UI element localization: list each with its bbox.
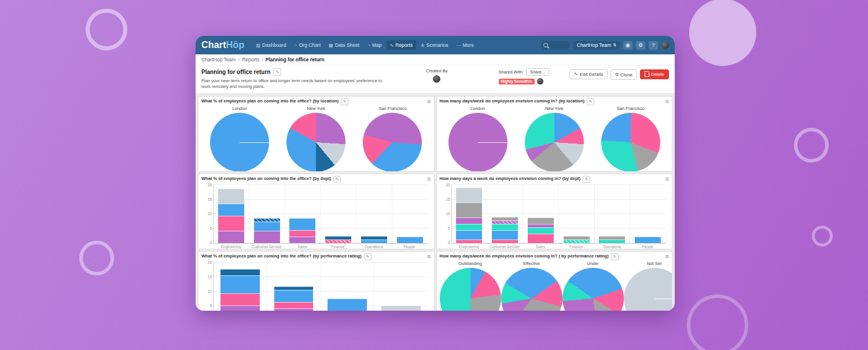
pie-label: New York: [525, 106, 584, 111]
bar-segment: [274, 302, 314, 308]
pie-chart-new-york[interactable]: [525, 113, 584, 172]
clone-button[interactable]: ⧉Clone: [610, 69, 637, 80]
breadcrumb: ChartHop Team › Reports › Planning for o…: [196, 54, 675, 65]
nav-item-map[interactable]: ◔Map: [364, 40, 385, 50]
stacked-bar-not-set[interactable]: [381, 305, 421, 311]
shared-with-block: Shared With: Share... Highly Sensitive: [499, 68, 550, 90]
stacked-bar-operations[interactable]: [599, 236, 625, 243]
stacked-bar-engineering[interactable]: [456, 187, 482, 243]
bar-segment: [492, 230, 518, 240]
edit-chart-icon[interactable]: ✎: [587, 98, 594, 105]
stacked-bar-sales[interactable]: [528, 218, 554, 243]
stacked-bar-under[interactable]: [328, 299, 367, 311]
pie-chart-london[interactable]: [210, 113, 269, 172]
nav-item-org-chart[interactable]: ∴Org Chart: [291, 40, 324, 50]
edit-chart-icon[interactable]: ✎: [611, 253, 619, 260]
panel-menu-icon[interactable]: ≡: [665, 253, 669, 259]
stacked-bar-finance[interactable]: [564, 236, 590, 243]
stacked-bar-outstanding[interactable]: [220, 269, 260, 311]
pie-label: Outstanding: [440, 261, 501, 266]
pie-divider-line: [240, 142, 269, 143]
edit-chart-icon[interactable]: ✎: [341, 98, 348, 105]
breadcrumb-reports[interactable]: Reports: [242, 57, 259, 62]
shared-with-label: Shared With:: [499, 69, 524, 75]
pie-group: OutstandingEffectiveUnderNot Set: [440, 260, 670, 311]
y-axis-tick-label: 15: [204, 275, 212, 279]
share-button[interactable]: Share...: [526, 68, 549, 76]
panel-menu-icon[interactable]: ≡: [427, 98, 431, 104]
pie-label: San Francisco: [601, 106, 660, 111]
edit-chart-icon[interactable]: ✎: [364, 253, 372, 260]
bar-segment: [456, 187, 482, 202]
nav-item-reports[interactable]: ∿Reports: [387, 40, 416, 50]
charthop-logo[interactable]: ChartHöp: [201, 40, 244, 50]
created-by-label: Created By: [426, 68, 448, 73]
pie-chart-san-francisco[interactable]: [601, 113, 660, 172]
stacked-bar-people[interactable]: [397, 237, 423, 243]
bar-cell: [374, 263, 428, 311]
gear-icon[interactable]: ⚙: [636, 41, 645, 50]
stacked-bar-people[interactable]: [635, 237, 661, 243]
panel-menu-icon[interactable]: ≡: [665, 98, 669, 104]
nav-item-label: Reports: [395, 42, 413, 48]
panel-title: How many days/week do employees envision…: [440, 253, 609, 259]
bar-plot-area: 05101520: [213, 263, 428, 311]
visibility-icon[interactable]: ◉: [623, 41, 632, 50]
team-selector-label: ChartHop Team: [577, 42, 611, 48]
pie-chart-effective[interactable]: [501, 268, 562, 311]
edit-chart-icon[interactable]: ✎: [333, 176, 341, 183]
bar-segment: [220, 275, 260, 293]
pie-chart-new-york[interactable]: [286, 113, 345, 172]
edit-title-icon[interactable]: ✎: [273, 68, 281, 76]
panel-menu-icon[interactable]: ≡: [427, 253, 431, 259]
bar-plot-area: 05101520: [451, 185, 666, 244]
bar-segment: [456, 202, 482, 218]
stacked-bar-operations[interactable]: [361, 236, 387, 243]
pie-chart-under[interactable]: [562, 268, 624, 311]
x-axis-labels: EngineeringCustomer ServiceSalesFinanceO…: [213, 244, 428, 249]
help-icon[interactable]: ?: [649, 41, 658, 50]
stacked-bar-customer-service[interactable]: [492, 217, 518, 243]
pie-block: New York: [525, 106, 584, 172]
dashboard-icon: ▥: [256, 43, 260, 48]
bar-segment: [397, 237, 423, 243]
pie-block: London: [210, 106, 269, 172]
user-avatar[interactable]: [661, 42, 669, 49]
nav-item-label: Scenarios: [426, 42, 448, 48]
pie-chart-london[interactable]: [448, 113, 507, 172]
bar-segment: [635, 237, 661, 243]
report-dashboard-grid: What % of employees plan on coming into …: [196, 94, 675, 311]
delete-button[interactable]: Delete: [640, 69, 669, 79]
pie-label: New York: [286, 106, 345, 111]
nav-item-more[interactable]: ⋯More: [453, 40, 477, 50]
chart-panel-4: How many days a week do employees envisi…: [436, 174, 673, 249]
y-axis-tick-label: 5: [204, 304, 212, 308]
creator-avatar[interactable]: [433, 75, 440, 83]
stacked-bar-finance[interactable]: [325, 236, 351, 243]
team-selector-dropdown[interactable]: ChartHop Team ⇅: [573, 41, 620, 49]
nav-item-dashboard[interactable]: ▥Dashboard: [252, 40, 289, 50]
nav-item-scenarios[interactable]: ⋔Scenarios: [417, 40, 452, 50]
charthop-app-window: ChartHöp ▥Dashboard∴Org Chart▦Data Sheet…: [196, 36, 675, 311]
bar-segment: [220, 305, 260, 311]
panel-title: How many days a week do employees envisi…: [440, 176, 581, 182]
panel-menu-icon[interactable]: ≡: [665, 176, 669, 182]
pie-chart-outstanding[interactable]: [440, 268, 501, 311]
top-nav-bar: ChartHöp ▥Dashboard∴Org Chart▦Data Sheet…: [196, 36, 675, 54]
stacked-bar-customer-service[interactable]: [254, 218, 280, 243]
panel-menu-icon[interactable]: ≡: [427, 176, 431, 182]
stacked-bar-effective[interactable]: [274, 286, 314, 311]
shared-user-avatar[interactable]: [537, 78, 543, 84]
search-input[interactable]: [541, 41, 570, 49]
pie-chart-san-francisco[interactable]: [363, 113, 422, 172]
chart-panel-3: What % of employees plan on coming into …: [198, 174, 435, 249]
stacked-bar-engineering[interactable]: [218, 189, 244, 243]
breadcrumb-team[interactable]: ChartHop Team: [201, 57, 236, 62]
stacked-bar-sales[interactable]: [289, 218, 315, 243]
bar-plot-area: 05101520: [213, 185, 428, 244]
edit-chart-icon[interactable]: ✎: [583, 176, 590, 183]
pie-chart-not-set[interactable]: [624, 268, 673, 311]
edit-details-button[interactable]: ✎Edit Details: [569, 69, 608, 79]
nav-item-data-sheet[interactable]: ▦Data Sheet: [325, 40, 363, 50]
bar-chart: 05101520OutstandingEffectiveUnderNot Set: [201, 260, 431, 311]
